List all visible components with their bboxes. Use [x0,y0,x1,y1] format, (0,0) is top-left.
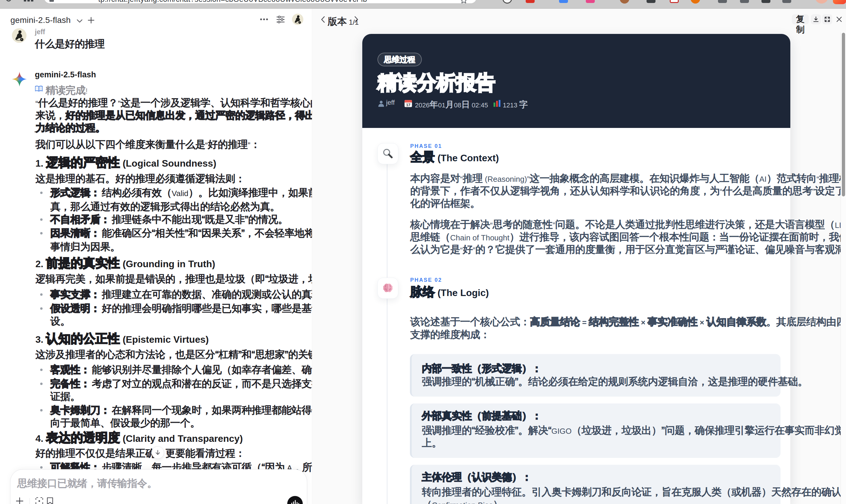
svg-text:17: 17 [406,103,410,107]
